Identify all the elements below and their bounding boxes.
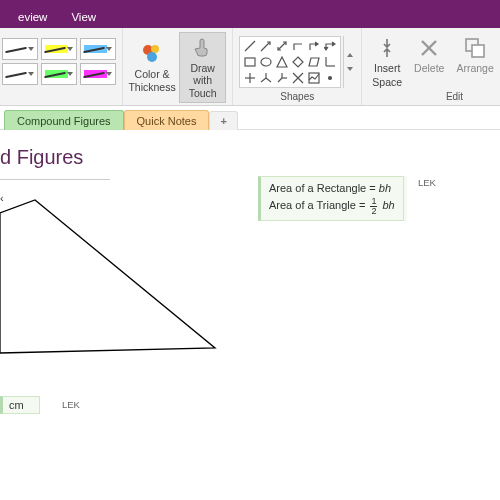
group-edit: Insert Space Delete Arrange — [362, 28, 500, 105]
shape-extra-icon[interactable] — [324, 72, 336, 84]
cm-note[interactable]: cm — [0, 396, 40, 414]
insert-space-l2: Space — [372, 77, 402, 89]
ribbon: Color & Thickness Draw with Touch — [0, 28, 500, 106]
pen-swatch-grid — [2, 38, 116, 85]
arrange-icon — [462, 35, 488, 61]
window-tab-strip: eview View — [6, 5, 108, 28]
shape-double-arrow-icon[interactable] — [276, 40, 288, 52]
shape-elbow-arrow-icon[interactable] — [308, 40, 320, 52]
shape-oval-icon[interactable] — [260, 56, 272, 68]
pen-swatch-6[interactable] — [80, 63, 116, 85]
section-tab-quick-notes[interactable]: Quick Notes — [124, 110, 210, 130]
shape-elbow-icon[interactable] — [292, 40, 304, 52]
section-tab-add[interactable]: + — [209, 111, 237, 130]
group-label-edit: Edit — [446, 91, 463, 103]
draw-touch-label2: Touch — [189, 88, 217, 100]
group-shapes: Shapes — [233, 28, 362, 105]
section-tab-strip: Compound Figures Quick Notes + — [0, 106, 500, 130]
svg-line-4 — [261, 42, 270, 51]
shape-axes2d-icon[interactable] — [324, 56, 336, 68]
svg-line-14 — [266, 78, 271, 82]
ribbon-tab-review[interactable]: eview — [6, 5, 59, 28]
arrange-label: Arrange — [456, 63, 493, 75]
pen-swatch-4[interactable] — [2, 63, 38, 85]
pen-swatch-3[interactable] — [80, 38, 116, 60]
draw-touch-label1: Draw with — [184, 63, 221, 86]
insert-space-button[interactable]: Insert Space — [368, 33, 406, 90]
group-label-pens — [58, 91, 61, 103]
group-label-shapes: Shapes — [280, 91, 314, 103]
shape-graph-icon[interactable] — [308, 72, 320, 84]
svg-point-21 — [329, 76, 332, 79]
color-thickness-label2: Thickness — [128, 82, 175, 94]
cm-label: cm — [9, 399, 24, 411]
shape-arrow-icon[interactable] — [260, 40, 272, 52]
color-thickness-label1: Color & — [135, 69, 170, 81]
color-thickness-button[interactable]: Color & Thickness — [129, 39, 175, 96]
draw-with-touch-button[interactable]: Draw with Touch — [179, 32, 226, 103]
insert-space-icon — [374, 35, 400, 61]
svg-rect-25 — [472, 45, 484, 57]
shape-diamond-icon[interactable] — [292, 56, 304, 68]
svg-line-13 — [261, 78, 266, 82]
shape-rect-icon[interactable] — [244, 56, 256, 68]
title-bar: eview View — [0, 0, 500, 28]
svg-rect-6 — [245, 58, 255, 66]
pen-swatch-5[interactable] — [41, 63, 77, 85]
shapes-gallery[interactable] — [239, 36, 341, 88]
section-tab-compound-figures[interactable]: Compound Figures — [4, 110, 124, 130]
ribbon-tab-view[interactable]: View — [59, 5, 108, 28]
shape-axes3d-b-icon[interactable] — [276, 72, 288, 84]
svg-point-2 — [147, 52, 157, 62]
delete-button[interactable]: Delete — [410, 33, 448, 90]
shape-axes-both-icon[interactable] — [244, 72, 256, 84]
author-initials-1: LEK — [418, 177, 436, 188]
chevron-down-icon — [347, 67, 353, 71]
page-title-container[interactable]: d Figures — [0, 140, 110, 180]
arrange-button[interactable]: Arrange — [452, 33, 497, 90]
chevron-up-icon — [347, 53, 353, 57]
author-initials-2: LEK — [62, 399, 80, 410]
pen-swatch-1[interactable] — [2, 38, 38, 60]
page-title: d Figures — [0, 146, 96, 169]
delete-label: Delete — [414, 63, 444, 75]
triangle-drawing[interactable] — [0, 188, 230, 361]
formula-rectangle: Area of a Rectangle = bh — [269, 181, 395, 197]
svg-point-1 — [151, 45, 159, 53]
shapes-gallery-expand[interactable] — [343, 36, 355, 88]
svg-line-17 — [278, 78, 282, 82]
delete-x-icon — [416, 35, 442, 61]
group-highlighter-pens — [0, 28, 123, 105]
shape-elbow-double-icon[interactable] — [324, 40, 336, 52]
page-canvas[interactable]: d Figures ‹ Area of a Rectangle = bh Are… — [0, 130, 500, 500]
pen-swatch-2[interactable] — [41, 38, 77, 60]
svg-point-7 — [261, 58, 271, 66]
color-thickness-icon — [139, 41, 165, 67]
formula-note[interactable]: Area of a Rectangle = bh Area of a Trian… — [258, 176, 404, 221]
svg-line-3 — [245, 41, 255, 51]
group-color-thickness: Color & Thickness Draw with Touch — [123, 28, 233, 105]
shape-triangle-icon[interactable] — [276, 56, 288, 68]
finger-touch-icon — [190, 35, 216, 61]
formula-triangle: Area of a Triangle = 12 bh — [269, 197, 395, 216]
shape-line-icon[interactable] — [244, 40, 256, 52]
insert-space-l1: Insert — [374, 63, 400, 75]
svg-line-5 — [278, 42, 286, 50]
shape-axes3d-icon[interactable] — [260, 72, 272, 84]
shape-more-icon[interactable] — [292, 72, 304, 84]
shape-parallelogram-icon[interactable] — [308, 56, 320, 68]
